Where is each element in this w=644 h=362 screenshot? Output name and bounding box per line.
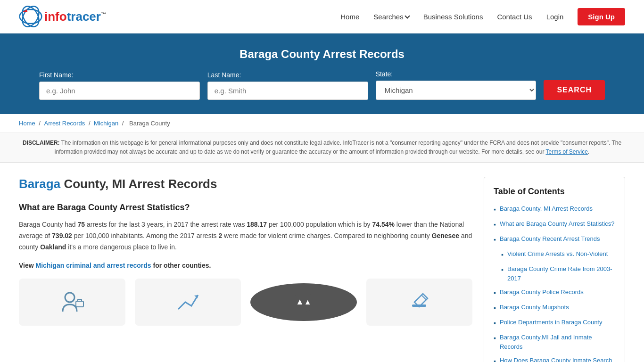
breadcrumb-michigan[interactable]: Michigan bbox=[94, 120, 118, 127]
article-body: Baraga County had 75 arrests for the las… bbox=[19, 219, 472, 253]
last-name-label: Last Name: bbox=[207, 71, 368, 79]
county1: Genesee bbox=[432, 232, 459, 239]
toc-link-3[interactable]: Baraga County Recent Arrest Trends bbox=[500, 234, 600, 244]
last-name-group: Last Name: bbox=[207, 71, 368, 100]
nav-searches[interactable]: Searches bbox=[373, 13, 409, 21]
toc-item-7: Baraga County Mugshots bbox=[494, 303, 615, 313]
signup-button[interactable]: Sign Up bbox=[578, 8, 625, 25]
main-nav: Home Searches Business Solutions Contact… bbox=[340, 8, 625, 25]
sidebar: Table of Contents Baraga County, MI Arre… bbox=[484, 177, 625, 362]
toc-link-9[interactable]: Baraga County,MI Jail and Inmate Records bbox=[500, 333, 615, 351]
login-button[interactable]: Login bbox=[546, 13, 564, 21]
logo-icon bbox=[19, 5, 42, 28]
site-header: infotracer™ Home Searches Business Solut… bbox=[0, 0, 644, 33]
michigan-records-link[interactable]: Michigan criminal and arrest records bbox=[36, 262, 151, 269]
breadcrumb-sep3: / bbox=[122, 120, 125, 127]
disclaimer-end: . bbox=[588, 148, 589, 155]
article-title-rest: County, MI Arrest Records bbox=[60, 177, 217, 191]
svg-point-2 bbox=[19, 5, 42, 28]
icon-card-1 bbox=[19, 279, 125, 326]
toc-item-6: Baraga County Police Records bbox=[494, 288, 615, 298]
toc-box: Table of Contents Baraga County, MI Arre… bbox=[484, 177, 625, 362]
svg-point-4 bbox=[65, 293, 74, 302]
toc-link-1[interactable]: Baraga County, MI Arrest Records bbox=[500, 204, 593, 214]
nav-contact-us[interactable]: Contact Us bbox=[497, 13, 532, 21]
icon-card-2 bbox=[135, 279, 241, 326]
toc-link-2[interactable]: What are Baraga County Arrest Statistics… bbox=[500, 219, 615, 229]
breadcrumb-home[interactable]: Home bbox=[19, 120, 35, 127]
article-subtitle: What are Baraga County Arrest Statistics… bbox=[19, 203, 472, 213]
breadcrumb-sep1: / bbox=[39, 120, 42, 127]
content-area: Baraga County, MI Arrest Records What ar… bbox=[19, 177, 472, 362]
state-select[interactable]: Michigan Alabama Alaska Arizona Californ… bbox=[376, 81, 537, 100]
county2: Oakland bbox=[40, 243, 66, 251]
main-content: Baraga County, MI Arrest Records What ar… bbox=[0, 163, 644, 362]
article-title-highlight: Baraga bbox=[19, 177, 60, 191]
last-name-input[interactable] bbox=[207, 82, 368, 100]
toc-item-5: Baraga County Crime Rate from 2003-2017 bbox=[494, 264, 615, 283]
national-avg: 739.02 bbox=[52, 232, 72, 239]
breadcrumb-arrest-records[interactable]: Arrest Records bbox=[44, 120, 85, 127]
lower-pct: 74.54% bbox=[372, 221, 394, 228]
logo-tm: ™ bbox=[101, 11, 106, 17]
toc-item-9: Baraga County,MI Jail and Inmate Records bbox=[494, 333, 615, 351]
state-label: State: bbox=[376, 70, 537, 78]
breadcrumb: Home / Arrest Records / Michigan / Barag… bbox=[0, 114, 644, 133]
toc-link-5[interactable]: Baraga County Crime Rate from 2003-2017 bbox=[507, 264, 615, 283]
toc-list: Baraga County, MI Arrest Records What ar… bbox=[494, 204, 615, 362]
searches-chevron-icon bbox=[405, 13, 410, 18]
arrests-count: 75 bbox=[78, 221, 85, 228]
edit-icon bbox=[405, 288, 433, 316]
disclaimer-bold: DISCLAIMER: bbox=[23, 140, 60, 146]
search-form: First Name: Last Name: State: Michigan A… bbox=[39, 70, 605, 100]
state-group: State: Michigan Alabama Alaska Arizona C… bbox=[376, 70, 537, 100]
logo-info: info bbox=[44, 9, 67, 24]
article-link-para: View Michigan criminal and arrest record… bbox=[19, 262, 472, 269]
nav-business-solutions[interactable]: Business Solutions bbox=[423, 13, 483, 21]
breadcrumb-baraga-county: Baraga County bbox=[129, 120, 170, 127]
banner-title: Baraga County Arrest Records bbox=[19, 48, 625, 61]
arrest-rate: 188.17 bbox=[247, 221, 267, 228]
nav-home[interactable]: Home bbox=[340, 13, 359, 21]
toc-title: Table of Contents bbox=[494, 187, 615, 197]
scroll-top-icon[interactable]: ▲ bbox=[291, 293, 316, 312]
toc-item-3: Baraga County Recent Arrest Trends bbox=[494, 234, 615, 245]
toc-item-10: How Does Baraga County Inmate Search Wor… bbox=[494, 356, 615, 362]
logo[interactable]: infotracer™ bbox=[19, 5, 106, 28]
toc-link-6[interactable]: Baraga County Police Records bbox=[500, 288, 584, 297]
scroll-top-button[interactable]: ▲ bbox=[250, 283, 357, 321]
toc-item-8: Police Departments in Baraga County bbox=[494, 318, 615, 328]
icons-row: ▲ bbox=[19, 279, 472, 326]
breadcrumb-sep2: / bbox=[89, 120, 92, 127]
toc-link-10[interactable]: How Does Baraga County Inmate Search Wor… bbox=[500, 356, 615, 362]
article-title: Baraga County, MI Arrest Records bbox=[19, 177, 472, 191]
first-name-label: First Name: bbox=[39, 71, 200, 79]
trend-up-icon bbox=[173, 288, 202, 316]
search-button[interactable]: SEARCH bbox=[544, 80, 605, 100]
search-banner: Baraga County Arrest Records First Name:… bbox=[0, 33, 644, 114]
toc-link-7[interactable]: Baraga County Mugshots bbox=[500, 303, 569, 312]
toc-item-2: What are Baraga County Arrest Statistics… bbox=[494, 219, 615, 230]
toc-item-1: Baraga County, MI Arrest Records bbox=[494, 204, 615, 214]
disclaimer: DISCLAIMER: The information on this webp… bbox=[0, 133, 644, 163]
svg-rect-5 bbox=[76, 301, 83, 307]
disclaimer-tos-link[interactable]: Terms of Service bbox=[546, 148, 588, 155]
disclaimer-text: The information on this webpage is for g… bbox=[55, 140, 621, 155]
logo-tracer: tracer bbox=[67, 9, 101, 24]
arrest-icon bbox=[58, 288, 86, 316]
toc-item-4: Violent Crime Arrests vs. Non-Violent bbox=[494, 249, 615, 260]
toc-link-8[interactable]: Police Departments in Baraga County bbox=[500, 318, 603, 327]
icon-card-3 bbox=[366, 279, 473, 326]
first-name-input[interactable] bbox=[39, 82, 200, 100]
first-name-group: First Name: bbox=[39, 71, 200, 100]
toc-link-4[interactable]: Violent Crime Arrests vs. Non-Violent bbox=[507, 249, 608, 259]
